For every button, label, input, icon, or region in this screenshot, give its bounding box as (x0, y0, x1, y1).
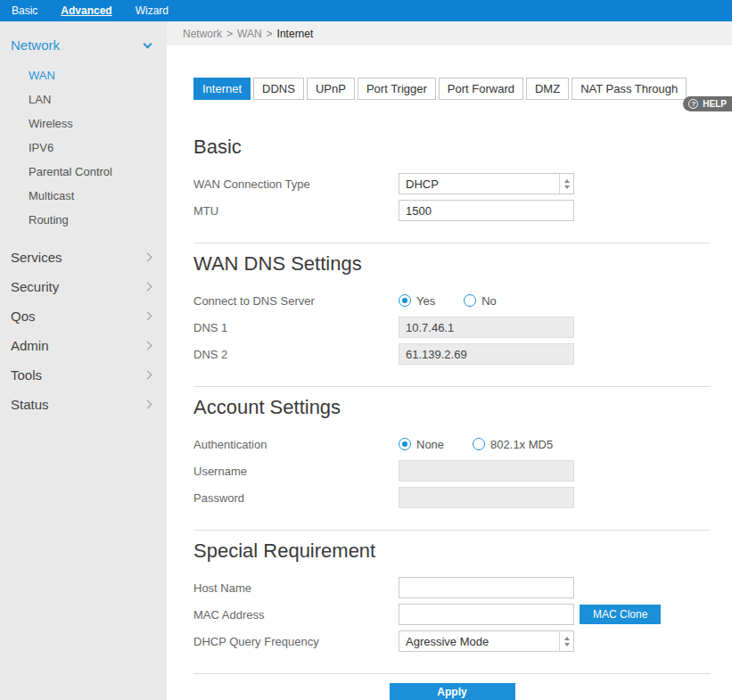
authentication-radio-group: None 802.1x MD5 (399, 438, 553, 451)
sidebar-item-multicast[interactable]: Multicast (0, 184, 167, 208)
help-button[interactable]: ? HELP (683, 96, 732, 111)
top-menu-wizard[interactable]: Wizard (124, 0, 180, 21)
form-row: WAN Connection Type DHCP (193, 173, 732, 194)
radio-selected-icon[interactable] (399, 294, 411, 307)
section-divider (193, 243, 711, 243)
form-row: DNS 2 (193, 343, 732, 365)
mac-address-input[interactable] (399, 604, 574, 625)
help-label: HELP (703, 99, 727, 109)
dhcp-frequency-select[interactable]: Agressive Mode (399, 630, 574, 652)
sidebar-item-ipv6[interactable]: IPV6 (0, 136, 167, 160)
dns-no-label: No (481, 294, 497, 308)
dns1-label: DNS 1 (193, 321, 399, 334)
sidebar-item-services[interactable]: Services (0, 243, 167, 272)
section-title-wan-dns: WAN DNS Settings (193, 252, 732, 276)
radio-unselected-icon[interactable] (464, 294, 476, 307)
form-row: MAC Address MAC Clone (193, 604, 732, 625)
sidebar-security-label: Security (11, 279, 59, 294)
tab-port-forward[interactable]: Port Forward (439, 78, 523, 100)
section-title-basic: Basic (193, 136, 732, 159)
sidebar-network-children: WAN LAN Wireless IPV6 Parental Control M… (0, 63, 167, 232)
tab-bar: Internet DDNS UPnP Port Trigger Port For… (193, 78, 732, 100)
account-rows: Authentication None 802.1x MD5 Username (193, 433, 732, 508)
password-label: Password (193, 491, 399, 505)
mac-clone-button[interactable]: MAC Clone (580, 605, 661, 624)
radio-unselected-icon[interactable] (473, 438, 485, 450)
help-icon: ? (688, 99, 698, 109)
sidebar-section-network[interactable]: Network (0, 21, 167, 63)
chevron-right-icon (144, 371, 152, 380)
tab-upnp[interactable]: UPnP (307, 78, 355, 100)
tab-nat-pass-through[interactable]: NAT Pass Through (572, 78, 687, 100)
form-row: Authentication None 802.1x MD5 (193, 433, 732, 455)
tab-internet[interactable]: Internet (193, 78, 251, 100)
auth-md5-option[interactable]: 802.1x MD5 (473, 438, 553, 451)
form-row: MTU (193, 200, 732, 221)
connect-dns-label: Connect to DNS Server (193, 294, 399, 308)
tab-dmz[interactable]: DMZ (526, 78, 569, 100)
top-menu-bar: Basic Advanced Wizard (0, 0, 732, 21)
auth-none-option[interactable]: None (399, 438, 444, 451)
breadcrumb-wan[interactable]: WAN (237, 28, 262, 40)
sidebar-qos-label: Qos (11, 309, 36, 324)
dns-yes-label: Yes (416, 294, 435, 308)
sidebar-item-qos[interactable]: Qos (0, 301, 167, 331)
sidebar-item-wireless[interactable]: Wireless (0, 111, 167, 136)
top-menu-basic[interactable]: Basic (0, 0, 49, 21)
sidebar-item-lan[interactable]: LAN (0, 87, 167, 111)
form-row: Password (193, 487, 732, 508)
form-row: Host Name (193, 577, 732, 598)
wan-connection-type-select[interactable]: DHCP (399, 173, 574, 194)
host-name-label: Host Name (193, 581, 399, 595)
chevron-down-icon (144, 39, 152, 48)
tab-ddns[interactable]: DDNS (253, 78, 304, 100)
select-stepper-icon (559, 631, 573, 651)
dns1-input (399, 317, 574, 338)
wan-connection-type-label: WAN Connection Type (193, 177, 399, 191)
mtu-input[interactable] (399, 200, 574, 221)
special-rows: Host Name MAC Address MAC Clone DHCP Que… (193, 577, 732, 652)
breadcrumb-network[interactable]: Network (183, 28, 222, 40)
password-input (399, 487, 574, 508)
chevron-right-icon (144, 283, 152, 292)
sidebar-item-routing[interactable]: Routing (0, 208, 167, 232)
dns2-input (399, 343, 574, 365)
authentication-label: Authentication (193, 438, 399, 451)
sidebar-item-security[interactable]: Security (0, 272, 167, 301)
breadcrumb-current: Internet (277, 28, 314, 40)
sidebar-item-tools[interactable]: Tools (0, 360, 167, 390)
sidebar-item-admin[interactable]: Admin (0, 331, 167, 360)
wan-connection-type-value: DHCP (406, 177, 439, 191)
tab-port-trigger[interactable]: Port Trigger (358, 78, 436, 100)
form-row: Connect to DNS Server Yes No (193, 290, 732, 311)
sidebar-item-wan[interactable]: WAN (0, 63, 167, 87)
sidebar-tools-label: Tools (11, 367, 42, 383)
sidebar-item-parental-control[interactable]: Parental Control (0, 160, 167, 184)
form-row: Username (193, 460, 732, 482)
chevron-right-icon (144, 400, 152, 409)
username-input (399, 460, 574, 482)
dhcp-frequency-value: Agressive Mode (406, 635, 489, 648)
sidebar-groups: Services Security Qos Admin Tools Status (0, 243, 167, 419)
username-label: Username (193, 465, 399, 478)
auth-md5-label: 802.1x MD5 (490, 438, 553, 451)
dhcp-frequency-label: DHCP Query Frequency (193, 635, 399, 648)
sidebar-admin-label: Admin (11, 338, 49, 353)
top-menu-advanced[interactable]: Advanced (49, 0, 123, 21)
breadcrumb: Network > WAN > Internet (167, 21, 732, 45)
breadcrumb-separator: > (226, 28, 233, 40)
sidebar-item-status[interactable]: Status (0, 390, 167, 419)
dns-rows: Connect to DNS Server Yes No DNS 1 (193, 290, 732, 365)
content: Internet DDNS UPnP Port Trigger Port For… (167, 45, 732, 700)
apply-container: Apply (193, 683, 711, 700)
section-divider (193, 530, 711, 531)
apply-button[interactable]: Apply (390, 683, 515, 700)
section-title-special: Special Requirement (193, 539, 732, 563)
radio-selected-icon[interactable] (399, 438, 411, 450)
dns-yes-option[interactable]: Yes (399, 294, 435, 308)
host-name-input[interactable] (399, 577, 574, 598)
auth-none-label: None (416, 438, 444, 451)
dns-no-option[interactable]: No (464, 294, 497, 308)
select-stepper-icon (559, 174, 573, 194)
form-row: DHCP Query Frequency Agressive Mode (193, 630, 732, 652)
